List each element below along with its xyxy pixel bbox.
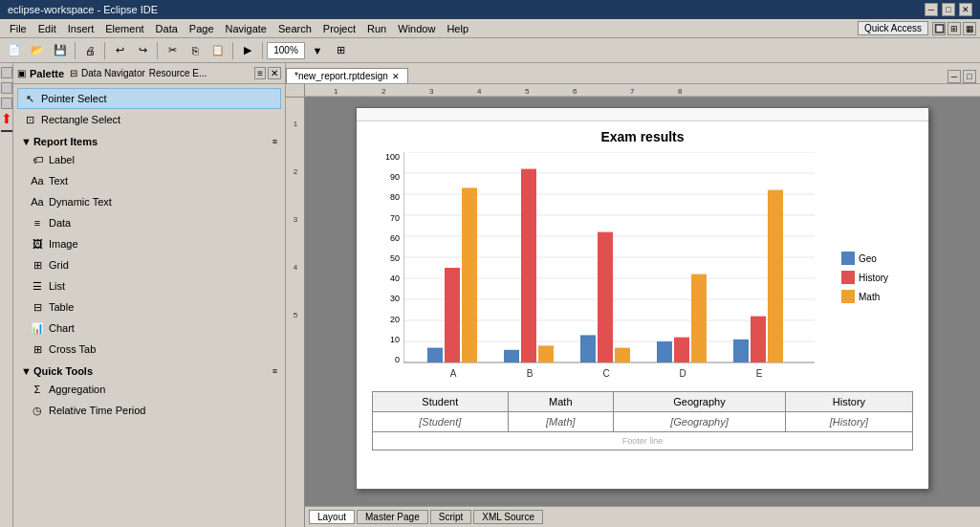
zoom-input[interactable] xyxy=(267,42,305,59)
horizontal-ruler: 1 2 3 4 5 6 7 8 xyxy=(305,84,980,98)
item-cross-tab-btn[interactable]: ⊞ Cross Tab xyxy=(25,339,281,360)
arrow-decoration xyxy=(1,130,12,132)
data-navigator-tab[interactable]: Data Navigator xyxy=(81,68,145,78)
open-btn[interactable]: 📂 xyxy=(27,40,48,61)
image-icon: 🖼 xyxy=(30,236,45,252)
svg-rect-35 xyxy=(657,341,672,362)
editor-tab-report[interactable]: *new_report.rptdesign ✕ xyxy=(286,68,408,83)
undo-btn[interactable]: ↩ xyxy=(109,40,130,61)
new-btn[interactable]: 📄 xyxy=(4,40,25,61)
menu-insert[interactable]: Insert xyxy=(62,19,100,37)
menu-data[interactable]: Data xyxy=(150,19,184,37)
menu-window[interactable]: Window xyxy=(392,19,441,37)
menu-file[interactable]: File xyxy=(4,19,33,37)
svg-rect-33 xyxy=(598,232,613,362)
svg-text:5: 5 xyxy=(294,311,298,319)
cut-btn[interactable]: ✂ xyxy=(162,40,183,61)
tab-xml-source[interactable]: XML Source xyxy=(473,510,543,524)
close-button[interactable]: ✕ xyxy=(959,3,972,16)
editor-maximize-btn[interactable]: □ xyxy=(963,70,976,83)
rectangle-select-icon: ⊡ xyxy=(22,112,37,127)
item-image: Image xyxy=(49,238,78,250)
quick-tools-header[interactable]: ▼ Quick Tools ≡ xyxy=(17,363,281,379)
quick-tools-list: Σ Aggregation ◷ Relative Time Period xyxy=(17,379,281,421)
menu-edit[interactable]: Edit xyxy=(33,19,62,37)
item-dynamic-text-btn[interactable]: Aa Dynamic Text xyxy=(25,191,281,212)
legend-math-color xyxy=(841,290,855,303)
perspective-btn-1[interactable]: 🔲 xyxy=(932,22,946,35)
palette-menu-btn[interactable]: ≡ xyxy=(254,67,266,79)
menu-page[interactable]: Page xyxy=(184,19,220,37)
redo-btn[interactable]: ↪ xyxy=(132,40,153,61)
quick-tools-expand[interactable]: ▼ xyxy=(21,365,32,377)
item-table-btn[interactable]: ⊟ Table xyxy=(25,296,281,318)
paste-btn[interactable]: 📋 xyxy=(207,40,229,61)
save-btn[interactable]: 💾 xyxy=(50,40,71,61)
tab-master-page[interactable]: Master Page xyxy=(357,510,428,524)
palette-close-btn[interactable]: ✕ xyxy=(268,67,281,79)
copy-btn[interactable]: ⎘ xyxy=(185,40,206,61)
menu-run[interactable]: Run xyxy=(361,19,392,37)
report-items-expand[interactable]: ▼ xyxy=(21,136,32,147)
report-items-header[interactable]: ▼ Report Items ≡ xyxy=(17,134,281,149)
left-icon-3[interactable] xyxy=(1,98,12,109)
field-history: [History] xyxy=(785,412,912,432)
menu-project[interactable]: Project xyxy=(317,19,361,37)
svg-text:1: 1 xyxy=(334,87,338,96)
minimize-button[interactable]: ─ xyxy=(925,3,938,16)
svg-text:6: 6 xyxy=(573,87,577,96)
left-icon-2[interactable] xyxy=(1,82,12,94)
window-title: eclipse-workspace - Eclipse IDE xyxy=(8,4,158,15)
print-btn[interactable]: 🖨 xyxy=(79,40,100,61)
item-label-btn[interactable]: 🏷 Label xyxy=(25,149,281,170)
chart-container: 100 90 80 70 60 50 40 30 20 xyxy=(375,152,910,384)
text-icon: Aa xyxy=(30,173,45,188)
perspective-btn-3[interactable]: ▦ xyxy=(963,22,976,35)
report-page: Exam results 100 90 80 xyxy=(356,107,929,490)
vertical-ruler: 1 2 3 4 5 xyxy=(286,84,305,527)
zoom-fit[interactable]: ⊞ xyxy=(330,40,351,61)
item-image-btn[interactable]: 🖼 Image xyxy=(25,233,281,254)
menu-help[interactable]: Help xyxy=(441,19,474,37)
item-chart-btn[interactable]: 📊 Chart xyxy=(25,318,281,339)
item-dynamic-text: Dynamic Text xyxy=(49,196,112,208)
tab-layout[interactable]: Layout xyxy=(309,510,355,524)
editor-minimize-btn[interactable]: ─ xyxy=(947,70,961,83)
tab-script[interactable]: Script xyxy=(430,510,472,524)
palette-content: ↖ Pointer Select ⊡ Rectangle Select ▼ Re… xyxy=(13,84,285,527)
item-list-btn[interactable]: ☰ List xyxy=(25,275,281,296)
rectangle-select-btn[interactable]: ⊡ Rectangle Select xyxy=(17,109,281,130)
quick-tools-ctrl[interactable]: ≡ xyxy=(272,366,277,376)
aggregation-btn[interactable]: Σ Aggregation xyxy=(25,379,281,400)
item-grid-btn[interactable]: ⊞ Grid xyxy=(25,254,281,275)
y-label-0: 0 xyxy=(395,355,400,364)
palette-expand-icon[interactable]: ▣ xyxy=(17,68,26,78)
perspective-btn-2[interactable]: ⊞ xyxy=(947,22,961,35)
menu-navigate[interactable]: Navigate xyxy=(220,19,272,37)
relative-time-btn[interactable]: ◷ Relative Time Period xyxy=(25,400,281,421)
legend-math: Math xyxy=(841,290,903,303)
run-btn[interactable]: ▶ xyxy=(237,40,258,61)
svg-text:D: D xyxy=(679,368,686,379)
ruler-corner xyxy=(286,84,304,98)
left-icon-4[interactable]: ⬆ xyxy=(1,113,12,124)
chart-title: Exam results xyxy=(372,129,913,144)
menu-search[interactable]: Search xyxy=(272,19,317,37)
relative-time-icon: ◷ xyxy=(30,403,45,418)
legend-geo-label: Geo xyxy=(859,253,877,264)
quick-access[interactable]: Quick Access xyxy=(858,21,928,35)
col-geography: Geography xyxy=(614,392,786,412)
item-text-btn[interactable]: Aa Text xyxy=(25,170,281,191)
maximize-button[interactable]: □ xyxy=(942,3,955,16)
zoom-dropdown[interactable]: ▼ xyxy=(307,40,328,61)
left-icon-1[interactable] xyxy=(1,67,12,78)
sep-3 xyxy=(157,42,158,59)
item-data-btn[interactable]: ≡ Data xyxy=(25,212,281,233)
menu-element[interactable]: Element xyxy=(99,19,149,37)
pointer-select-label: Pointer Select xyxy=(41,93,106,104)
report-items-ctrl[interactable]: ≡ xyxy=(272,137,277,146)
resource-explorer-tab[interactable]: Resource E... xyxy=(149,68,207,78)
grid-icon: ⊞ xyxy=(30,257,45,273)
pointer-select-btn[interactable]: ↖ Pointer Select xyxy=(17,88,281,109)
editor-tab-close[interactable]: ✕ xyxy=(392,72,400,81)
